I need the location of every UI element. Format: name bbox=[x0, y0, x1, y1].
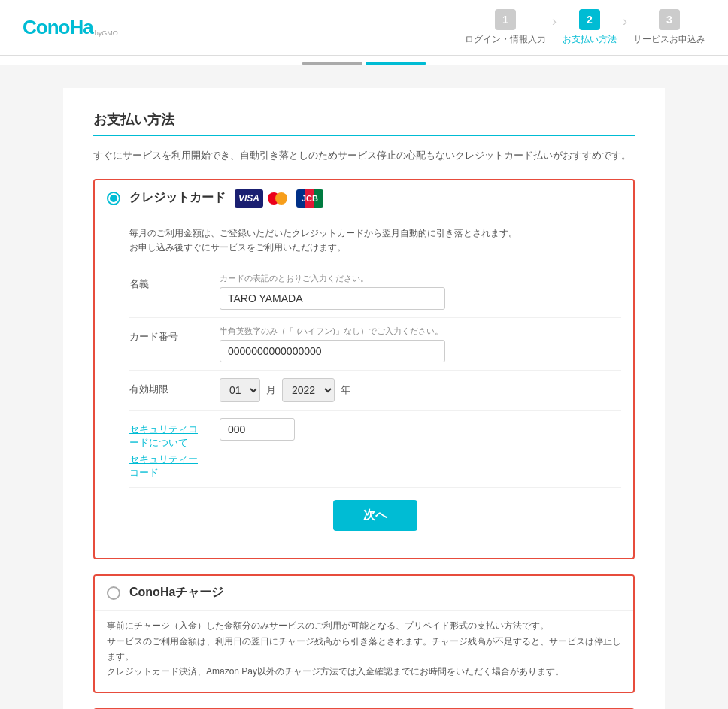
card-number-row: カード番号 半角英数字のみ（「-(ハイフン)」なし）でご入力ください。 bbox=[129, 318, 621, 371]
progress-segment-1 bbox=[302, 62, 362, 65]
page-title: お支払い方法 bbox=[93, 111, 635, 136]
name-content: カードの表記のとおりご入力ください。 bbox=[220, 273, 621, 310]
form-note-line1: 毎月のご利用金額は、ご登録いただいたクレジットカードから翌月自動的に引き落とされ… bbox=[129, 228, 517, 238]
step-1-label: ログイン・情報入力 bbox=[465, 33, 546, 46]
credit-form-note: 毎月のご利用金額は、ご登録いただいたクレジットカードから翌月自動的に引き落とされ… bbox=[129, 226, 621, 255]
mastercard-icon bbox=[266, 189, 293, 208]
conoha-charge-radio[interactable] bbox=[107, 586, 120, 600]
expiry-year-label: 年 bbox=[341, 383, 350, 397]
charge-desc-line3: クレジットカード決済、Amazon Pay以外のチャージ方法では入金確認までにお… bbox=[107, 666, 564, 677]
credit-card-header[interactable]: クレジットカード VISA JCB bbox=[95, 180, 633, 217]
security-code-link[interactable]: セキュリティコードについて bbox=[129, 423, 205, 450]
jcb-icon: JCB bbox=[296, 189, 323, 208]
progress-segment-2 bbox=[366, 62, 426, 65]
security-content bbox=[220, 418, 621, 441]
card-icons: VISA JCB bbox=[235, 189, 323, 208]
step-3-label: サービスお申込み bbox=[633, 33, 705, 46]
step-2: 2 お支払い方法 bbox=[563, 9, 617, 46]
charge-desc-line1: 事前にチャージ（入金）した金額分のみサービスのご利用が可能となる、プリペイド形式… bbox=[107, 620, 549, 631]
security-row: セキュリティコードについて セキュリティーコード bbox=[129, 411, 621, 488]
security-label-text: セキュリティーコード bbox=[129, 453, 198, 478]
credit-card-option: クレジットカード VISA JCB 毎月のご利用金額は、ご登録いただいたクレジッ… bbox=[93, 179, 635, 559]
form-note-line2: お申し込み後すぐにサービスをご利用いただけます。 bbox=[129, 242, 346, 253]
name-label: 名義 bbox=[129, 273, 205, 291]
step-2-label: お支払い方法 bbox=[563, 33, 617, 46]
logo-gmo: byGMO bbox=[95, 29, 118, 37]
credit-card-label: クレジットカード bbox=[129, 190, 226, 206]
header: ConoHa byGMO 1 ログイン・情報入力 › 2 お支払い方法 › 3 … bbox=[0, 0, 728, 56]
credit-card-radio[interactable] bbox=[107, 192, 120, 205]
charge-desc-line2: サービスのご利用金額は、利用日の翌日にチャージ残高から引き落とされます。チャージ… bbox=[107, 636, 621, 662]
expiry-month-select[interactable]: 01 02 03 04 05 06 07 08 09 10 11 12 bbox=[220, 378, 260, 402]
step-1-number: 1 bbox=[495, 9, 516, 30]
logo: ConoHa byGMO bbox=[23, 16, 118, 39]
next-button[interactable]: 次へ bbox=[333, 500, 417, 531]
security-label: セキュリティコードについて セキュリティーコード bbox=[129, 418, 205, 480]
step-3: 3 サービスお申込み bbox=[633, 9, 705, 46]
step-arrow-2: › bbox=[623, 14, 627, 29]
intro-text: すぐにサービスを利用開始でき、自動引き落としのためサービス停止の心配もないクレジ… bbox=[93, 148, 635, 164]
security-input[interactable] bbox=[220, 418, 295, 441]
card-number-input[interactable] bbox=[220, 340, 445, 362]
progress-bar-container bbox=[0, 56, 728, 65]
main-content: お支払い方法 すぐにサービスを利用開始でき、自動引き落としのためサービス停止の心… bbox=[63, 88, 665, 709]
step-3-number: 3 bbox=[659, 9, 680, 30]
card-number-label: カード番号 bbox=[129, 326, 205, 344]
mc-right-circle bbox=[275, 192, 287, 205]
step-arrow-1: › bbox=[552, 14, 557, 29]
card-number-hint: 半角英数字のみ（「-(ハイフン)」なし）でご入力ください。 bbox=[220, 326, 621, 337]
progress-bar bbox=[302, 62, 426, 65]
expiry-content: 01 02 03 04 05 06 07 08 09 10 11 12 bbox=[220, 378, 621, 402]
expiry-year-select[interactable]: 2022 2023 2024 2025 2026 2027 2028 2029 … bbox=[282, 378, 335, 402]
name-hint: カードの表記のとおりご入力ください。 bbox=[220, 273, 621, 284]
card-number-content: 半角英数字のみ（「-(ハイフン)」なし）でご入力ください。 bbox=[220, 326, 621, 362]
step-1: 1 ログイン・情報入力 bbox=[465, 9, 546, 46]
next-btn-wrap: 次へ bbox=[129, 488, 621, 543]
name-input[interactable] bbox=[220, 287, 445, 310]
expiry-row: 有効期限 01 02 03 04 05 06 07 08 09 bbox=[129, 371, 621, 411]
visa-icon: VISA bbox=[235, 189, 263, 208]
logo-text: ConoHa bbox=[23, 16, 93, 39]
conoha-charge-header[interactable]: ConoHaチャージ bbox=[95, 576, 633, 610]
expiry-month-label: 月 bbox=[266, 383, 276, 397]
conoha-charge-label: ConoHaチャージ bbox=[129, 585, 223, 601]
conoha-charge-option: ConoHaチャージ 事前にチャージ（入金）した金額分のみサービスのご利用が可能… bbox=[93, 574, 635, 693]
credit-card-form: 毎月のご利用金額は、ご登録いただいたクレジットカードから翌月自動的に引き落とされ… bbox=[95, 217, 633, 558]
conoha-charge-description: 事前にチャージ（入金）した金額分のみサービスのご利用が可能となる、プリペイド形式… bbox=[95, 610, 633, 692]
expiry-selects: 01 02 03 04 05 06 07 08 09 10 11 12 bbox=[220, 378, 621, 402]
expiry-label: 有効期限 bbox=[129, 378, 205, 396]
name-row: 名義 カードの表記のとおりご入力ください。 bbox=[129, 265, 621, 318]
step-2-number: 2 bbox=[579, 9, 600, 30]
steps: 1 ログイン・情報入力 › 2 お支払い方法 › 3 サービスお申込み bbox=[465, 9, 705, 46]
